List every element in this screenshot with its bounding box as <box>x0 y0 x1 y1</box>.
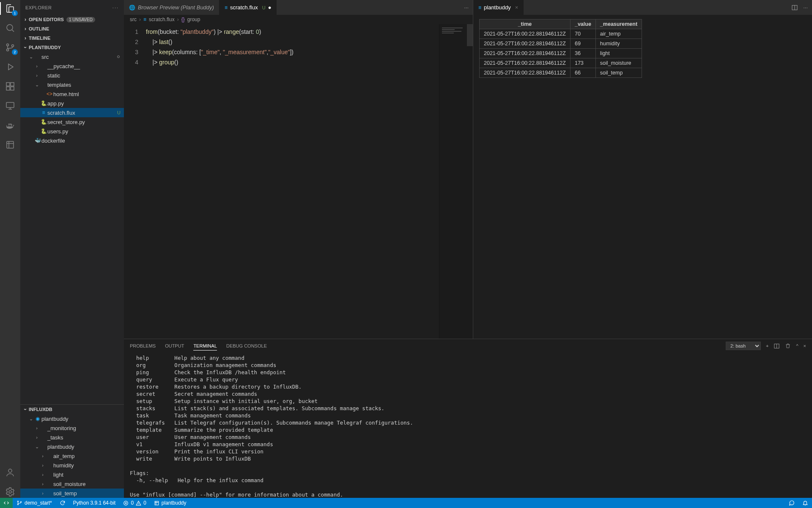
folder-templates[interactable]: ⌄templates <box>20 80 124 89</box>
folder-_monitoring[interactable]: ›_monitoring <box>20 423 124 433</box>
extensions-icon[interactable] <box>4 80 16 92</box>
modified-dot-icon <box>117 55 120 58</box>
tab-label: scratch.flux <box>230 4 258 11</box>
project-section[interactable]: ›PLANTBUDDY <box>20 43 124 52</box>
notifications-icon[interactable] <box>798 500 812 506</box>
tab-plantbuddy[interactable]: ≡plantbuddy× <box>473 0 524 15</box>
table-row[interactable]: 2021-05-27T16:00:22.881946112Z69humidity <box>480 39 642 49</box>
folder-air_temp[interactable]: ›air_temp <box>20 451 124 461</box>
tab-browser-preview-plant-buddy-[interactable]: 🌐Browser Preview (Plant Buddy) <box>124 0 219 15</box>
folder-plantbuddy[interactable]: ⌄◉plantbuddy <box>20 414 124 423</box>
folder-static[interactable]: ›static <box>20 71 124 80</box>
split-terminal-icon[interactable] <box>774 343 780 349</box>
maximize-panel-icon[interactable]: ^ <box>796 343 798 348</box>
unsaved-badge: 1 UNSAVED <box>66 17 95 22</box>
file-icon: 🐳 <box>34 138 41 144</box>
breadcrumb-2[interactable]: group <box>187 17 200 22</box>
table-row[interactable]: 2021-05-27T16:00:22.881946112Z173soil_mo… <box>480 58 642 68</box>
docker-icon[interactable] <box>4 119 16 131</box>
file-secret_store.py[interactable]: 🐍secret_store.py <box>20 117 124 127</box>
influxdb-section[interactable]: ›INFLUXDB <box>20 405 124 414</box>
new-terminal-icon[interactable]: + <box>766 343 768 348</box>
folder-soil_moisture[interactable]: ›soil_moisture <box>20 479 124 489</box>
folder-soil_temp[interactable]: ›soil_temp <box>20 489 124 498</box>
branch-name: demo_start* <box>25 500 52 506</box>
chevron-icon: › <box>34 64 40 69</box>
remote-explorer-icon[interactable] <box>4 100 16 112</box>
node-label: secret_store.py <box>47 119 85 125</box>
file-app.py[interactable]: 🐍app.py <box>20 99 124 108</box>
minimap-scrollbar[interactable] <box>467 24 473 46</box>
breadcrumb-1[interactable]: scratch.flux <box>149 17 175 22</box>
editor-gutter: 1234 <box>124 24 144 339</box>
more-actions-icon[interactable]: ··· <box>464 4 469 11</box>
folder-_tasks[interactable]: ›_tasks <box>20 433 124 442</box>
settings-gear-icon[interactable] <box>4 486 16 498</box>
table-row[interactable]: 2021-05-27T16:00:22.881946112Z70air_temp <box>480 29 642 39</box>
influxdb-icon[interactable] <box>4 139 16 151</box>
breadcrumbs[interactable]: src› ≡scratch.flux› {}group <box>124 15 473 24</box>
breadcrumb-0[interactable]: src <box>130 17 137 22</box>
file-home.html[interactable]: <>home.html <box>20 89 124 99</box>
panel-tab-terminal[interactable]: TERMINAL <box>193 342 217 351</box>
node-label: plantbuddy <box>47 444 74 450</box>
query-results-pane[interactable]: _time_value_measurement2021-05-27T16:00:… <box>473 15 812 339</box>
file-scratch.flux[interactable]: ≡scratch.fluxU <box>20 108 124 117</box>
sidebar-more-icon[interactable]: ··· <box>112 5 119 10</box>
cell: air_temp <box>595 29 642 39</box>
problems-status[interactable]: 0 0 <box>119 498 150 508</box>
file-tree[interactable]: ⌄src›__pycache__›static⌄templates<>home.… <box>20 52 124 404</box>
timeline-label: TIMELINE <box>29 36 50 41</box>
minimap[interactable] <box>439 24 473 339</box>
remote-indicator[interactable] <box>0 498 13 508</box>
influxdb-tree[interactable]: ⌄◉plantbuddy›_monitoring›_tasks⌄plantbud… <box>20 414 124 498</box>
chevron-icon: ⌄ <box>34 444 40 450</box>
chevron-icon: ⌄ <box>28 416 34 422</box>
git-sync[interactable] <box>56 498 69 508</box>
tab-scratch-flux[interactable]: ≡scratch.fluxU● <box>219 0 277 15</box>
accounts-icon[interactable] <box>4 467 16 478</box>
folder-humidity[interactable]: ›humidity <box>20 461 124 470</box>
svg-point-2 <box>7 49 9 51</box>
feedback-icon[interactable] <box>785 500 798 506</box>
folder-light[interactable]: ›light <box>20 470 124 479</box>
more-actions-icon[interactable]: ··· <box>803 4 808 11</box>
panel-tab-debug-console[interactable]: DEBUG CONSOLE <box>226 342 267 350</box>
open-editors-section[interactable]: › OPEN EDITORS 1 UNSAVED <box>20 15 124 24</box>
file-dockerfile[interactable]: 🐳dockerfile <box>20 136 124 145</box>
explorer-icon[interactable]: 1 <box>4 3 16 14</box>
terminal-output[interactable]: help Help about any command org Organiza… <box>124 353 812 498</box>
run-debug-icon[interactable] <box>4 61 16 73</box>
outline-section[interactable]: ›OUTLINE <box>20 24 124 33</box>
svg-point-15 <box>17 504 18 505</box>
git-branch[interactable]: demo_start* <box>13 498 56 508</box>
panel-tab-problems[interactable]: PROBLEMS <box>130 342 156 350</box>
node-label: home.html <box>53 91 79 97</box>
folder-plantbuddy[interactable]: ⌄plantbuddy <box>20 442 124 451</box>
close-tab-icon[interactable]: × <box>515 4 518 11</box>
close-panel-icon[interactable]: × <box>804 343 806 348</box>
code-editor[interactable]: 1234 from(bucket: "plantbuddy") |> range… <box>124 24 473 339</box>
cell: 2021-05-27T16:00:22.881946112Z <box>480 39 571 49</box>
python-interpreter[interactable]: Python 3.9.1 64-bit <box>69 498 120 508</box>
kill-terminal-icon[interactable] <box>785 343 791 349</box>
table-row[interactable]: 2021-05-27T16:00:22.881946112Z66soil_tem… <box>480 68 642 78</box>
folder-src[interactable]: ⌄src <box>20 52 124 61</box>
svg-point-3 <box>12 45 14 47</box>
node-label: _monitoring <box>47 425 76 431</box>
panel-tab-output[interactable]: OUTPUT <box>165 342 184 350</box>
editor-area: 🌐Browser Preview (Plant Buddy)≡scratch.f… <box>124 0 812 498</box>
influx-status[interactable]: plantbuddy <box>150 498 190 508</box>
folder-__pycache__[interactable]: ›__pycache__ <box>20 61 124 71</box>
search-icon[interactable] <box>4 22 16 34</box>
file-icon: 🐍 <box>40 100 47 106</box>
svg-rect-5 <box>6 87 10 90</box>
terminal-selector[interactable]: 2: bash <box>726 342 761 350</box>
editor-body[interactable]: from(bucket: "plantbuddy") |> range(star… <box>144 24 473 339</box>
file-users.py[interactable]: 🐍users.py <box>20 127 124 136</box>
timeline-section[interactable]: ›TIMELINE <box>20 33 124 43</box>
split-editor-icon[interactable] <box>791 4 798 11</box>
node-label: air_temp <box>53 453 75 459</box>
table-row[interactable]: 2021-05-27T16:00:22.881946112Z36light <box>480 49 642 58</box>
source-control-icon[interactable]: 2 <box>4 41 16 53</box>
